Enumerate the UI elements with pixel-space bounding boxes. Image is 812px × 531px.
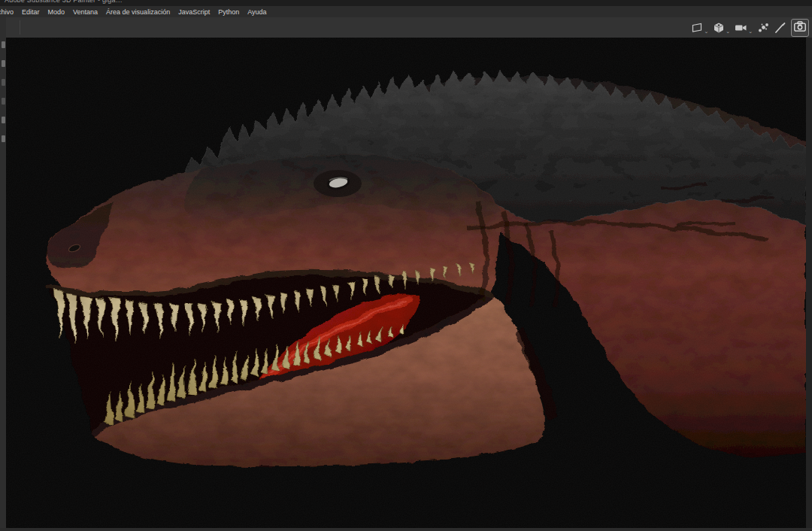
- main-toolbar: ⌄ ⌄ ⌄: [6, 17, 812, 38]
- chevron-down-icon: ⌄: [726, 29, 730, 34]
- photo-camera-icon: [794, 21, 806, 35]
- title-bar: Adobe Substance 3D Painter - giga…: [0, 0, 812, 6]
- brush-tool-button[interactable]: [774, 22, 786, 34]
- shader-view-button[interactable]: ⌄: [713, 22, 730, 34]
- menu-item-archivo[interactable]: Archivo: [0, 8, 14, 17]
- particles-icon: [757, 22, 770, 34]
- menu-item-modo[interactable]: Modo: [48, 8, 65, 17]
- menu-item-ventana[interactable]: Ventana: [73, 8, 98, 17]
- app-window: Adobe Substance 3D Painter - giga… Archi…: [0, 0, 812, 531]
- viewport-3d[interactable]: [6, 38, 806, 528]
- viewport-capture-button[interactable]: [791, 19, 809, 37]
- camera-selector-button[interactable]: ⌄: [735, 22, 753, 34]
- menu-bar: Archivo Editar Modo Ventana Área de visu…: [0, 6, 812, 17]
- brush-icon: [774, 22, 786, 34]
- tool-icon-partial[interactable]: [2, 98, 5, 105]
- chevron-down-icon: ⌄: [704, 29, 708, 34]
- tool-icon-partial[interactable]: [2, 60, 5, 67]
- menu-item-javascript[interactable]: JavaScript: [178, 8, 210, 17]
- dinosaur-sculpt-render: [6, 38, 806, 528]
- display-settings-button[interactable]: ⌄: [691, 22, 708, 34]
- menu-item-editar[interactable]: Editar: [22, 8, 40, 17]
- tool-icon-partial[interactable]: [2, 41, 5, 48]
- bottom-bar: [0, 528, 812, 531]
- tool-icon-partial[interactable]: [2, 79, 5, 86]
- window-title: Adobe Substance 3D Painter - giga…: [5, 0, 123, 4]
- menu-item-ayuda[interactable]: Ayuda: [247, 8, 266, 17]
- tool-icon-partial[interactable]: [2, 117, 5, 123]
- left-tool-strip: [0, 17, 6, 528]
- toolbar-divider: [20, 20, 20, 35]
- right-panel-edge: [806, 38, 812, 528]
- plane-icon: [691, 22, 703, 34]
- particles-brush-button[interactable]: [757, 22, 770, 34]
- cube-icon: [713, 22, 725, 34]
- menu-item-python[interactable]: Python: [218, 8, 239, 17]
- video-camera-icon: [735, 22, 747, 34]
- tool-icon-partial[interactable]: [2, 135, 5, 142]
- menu-item-area-de-visualizacion[interactable]: Área de visualización: [106, 8, 170, 17]
- chevron-down-icon: ⌄: [748, 29, 753, 34]
